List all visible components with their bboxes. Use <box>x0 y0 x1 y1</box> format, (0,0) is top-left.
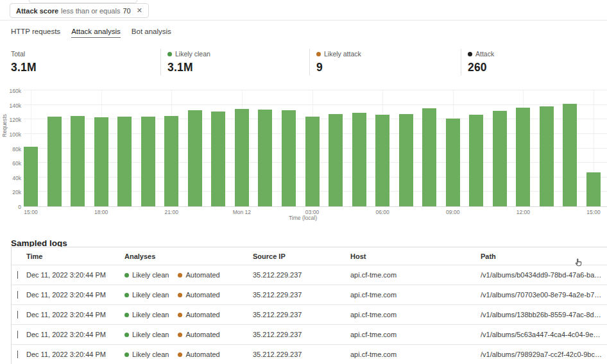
tab-http-requests[interactable]: HTTP requests <box>11 28 60 38</box>
sampled-logs-table: Time Analyses Source IP Host Path Dec 11… <box>11 247 607 364</box>
stat-value: 3.1M <box>11 61 160 74</box>
stat-label: Likely attack <box>324 50 361 58</box>
bar[interactable] <box>446 119 460 206</box>
y-axis-tick-label: 20k <box>0 189 21 195</box>
analysis-label: Automated <box>185 351 219 358</box>
stat-value: 9 <box>316 61 461 74</box>
likely-clean-dot-icon <box>167 52 172 56</box>
cell-host: api.cf-tme.com <box>350 351 481 358</box>
analysis-label: Automated <box>185 271 219 279</box>
bar[interactable] <box>516 108 530 206</box>
bar[interactable] <box>24 147 38 206</box>
table-row[interactable]: Dec 11, 2022 3:20:44 PMLikely cleanAutom… <box>12 265 607 285</box>
bar[interactable] <box>399 114 413 206</box>
filter-value-label: 70 <box>123 7 130 15</box>
y-axis-tick-label: 140k <box>0 103 21 109</box>
table-row[interactable]: Dec 11, 2022 3:20:44 PMLikely cleanAutom… <box>12 325 607 345</box>
stat-attack: Attack 260 <box>461 49 607 76</box>
analysis-label: Likely clean <box>132 291 169 299</box>
bar[interactable] <box>329 114 343 206</box>
close-icon[interactable]: ✕ <box>137 7 142 14</box>
gridline-horizontal <box>24 90 607 90</box>
cell-time: Dec 11, 2022 3:20:44 PM <box>26 331 124 338</box>
table-row[interactable]: Dec 11, 2022 3:20:44 PMLikely cleanAutom… <box>12 285 607 305</box>
filter-field-label: Attack score <box>16 7 58 15</box>
table-row[interactable]: Dec 11, 2022 3:20:44 PMLikely cleanAutom… <box>12 345 607 364</box>
chevron-right-icon[interactable] <box>17 271 18 279</box>
cell-time: Dec 11, 2022 3:20:44 PM <box>26 291 124 299</box>
attack-dot-icon <box>468 52 472 56</box>
analysis-label: Automated <box>185 331 219 338</box>
cell-host: api.cf-tme.com <box>350 331 481 338</box>
chevron-right-icon[interactable] <box>17 311 18 318</box>
x-axis-title: Time (local) <box>24 215 582 221</box>
table-header-row: Time Analyses Source IP Host Path <box>12 247 607 265</box>
cell-source-ip: 35.212.229.237 <box>253 351 350 358</box>
stat-likely-attack: Likely attack 9 <box>309 49 461 76</box>
cell-time: Dec 11, 2022 3:20:44 PM <box>26 311 124 318</box>
analysis-label: Likely clean <box>132 271 169 279</box>
filter-condition-label: less than or equals <box>61 7 120 15</box>
bar[interactable] <box>469 115 483 206</box>
bar[interactable] <box>188 110 202 206</box>
bar[interactable] <box>282 110 296 206</box>
y-axis-tick-label: 100k <box>0 131 21 138</box>
cell-analyses: Likely cleanAutomated <box>124 311 253 319</box>
tab-attack-analysis[interactable]: Attack analysis <box>71 28 121 38</box>
status-dot-icon <box>178 313 182 317</box>
chevron-right-icon[interactable] <box>17 331 18 338</box>
y-axis-tick-label: 160k <box>0 88 21 94</box>
cell-source-ip: 35.212.229.237 <box>253 331 350 338</box>
summary-stats: Total 3.1M Likely clean 3.1M Likely atta… <box>11 49 607 76</box>
col-header-host: Host <box>350 252 481 260</box>
stat-label: Total <box>11 50 25 58</box>
tab-bot-analysis[interactable]: Bot analysis <box>132 28 171 38</box>
y-axis-tick-label: 120k <box>0 117 21 123</box>
status-dot-icon <box>178 293 182 297</box>
table-row[interactable]: Dec 11, 2022 3:20:44 PMLikely cleanAutom… <box>12 305 607 325</box>
status-dot-icon <box>178 333 182 337</box>
stat-value: 260 <box>468 61 607 74</box>
bar[interactable] <box>47 117 62 206</box>
bar[interactable] <box>352 113 366 206</box>
status-dot-icon <box>124 333 129 337</box>
bar[interactable] <box>258 110 272 206</box>
stat-label: Likely clean <box>175 50 210 58</box>
chevron-right-icon[interactable] <box>17 351 18 358</box>
col-header-time: Time <box>26 252 124 260</box>
y-axis-tick-label: 60k <box>0 160 21 167</box>
status-dot-icon <box>124 273 129 277</box>
bar[interactable] <box>117 117 132 206</box>
divider <box>0 20 607 21</box>
filter-chip-attack-score[interactable]: Attack score less than or equals 70 ✕ <box>10 3 149 18</box>
bar[interactable] <box>375 115 389 206</box>
status-dot-icon <box>178 273 182 277</box>
analysis-label: Likely clean <box>132 331 169 338</box>
bar[interactable] <box>586 172 601 206</box>
stat-total: Total 3.1M <box>11 49 160 76</box>
status-dot-icon <box>178 352 182 357</box>
chevron-right-icon[interactable] <box>17 291 18 299</box>
bar[interactable] <box>563 104 577 206</box>
col-header-source-ip: Source IP <box>253 252 350 260</box>
cell-host: api.cf-tme.com <box>350 291 481 299</box>
status-dot-icon <box>124 313 129 317</box>
bar[interactable] <box>71 116 85 206</box>
bar[interactable] <box>540 106 554 206</box>
cell-analyses: Likely cleanAutomated <box>124 331 253 339</box>
bar[interactable] <box>164 116 178 206</box>
analytics-tabs: HTTP requests Attack analysis Bot analys… <box>11 28 171 38</box>
cell-time: Dec 11, 2022 3:20:44 PM <box>26 351 124 358</box>
bar[interactable] <box>305 117 320 206</box>
bar[interactable] <box>235 109 249 206</box>
bar[interactable] <box>211 112 225 206</box>
bar[interactable] <box>422 108 436 206</box>
status-dot-icon <box>124 352 129 357</box>
gridline-horizontal <box>24 206 607 207</box>
bar[interactable] <box>94 117 108 206</box>
analysis-label: Likely clean <box>132 351 169 358</box>
bar[interactable] <box>141 117 155 206</box>
cell-host: api.cf-tme.com <box>350 311 481 318</box>
bar[interactable] <box>493 111 507 206</box>
cell-analyses: Likely cleanAutomated <box>124 351 253 359</box>
